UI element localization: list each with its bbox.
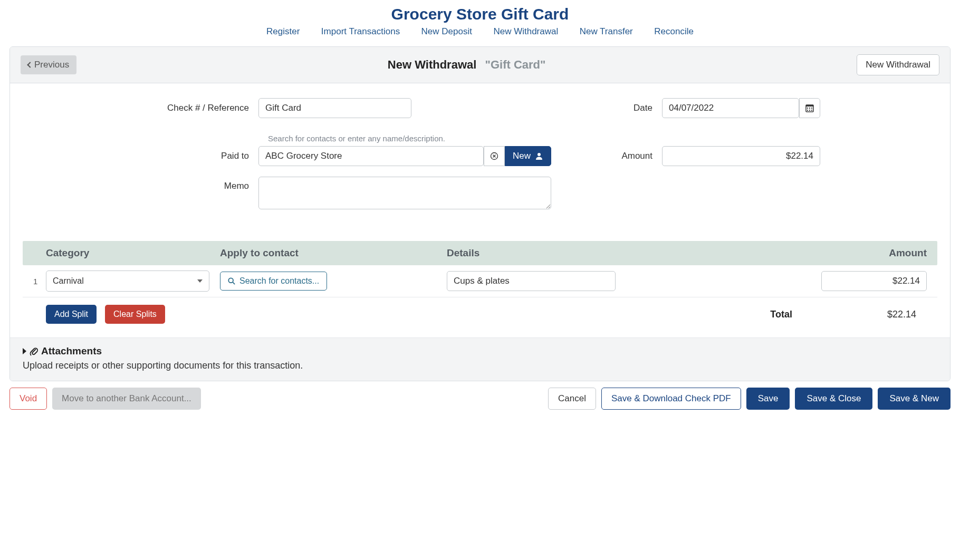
clear-splits-button[interactable]: Clear Splits [105, 305, 165, 324]
memo-input[interactable] [258, 177, 551, 209]
attachments-description: Upload receipts or other supporting docu… [23, 360, 937, 371]
svg-line-11 [233, 282, 235, 284]
header-center: New Withdrawal "Gift Card" [76, 58, 857, 72]
new-withdrawal-button[interactable]: New Withdrawal [857, 54, 939, 75]
paperclip-icon [30, 346, 38, 356]
header-subtitle: "Gift Card" [485, 58, 545, 71]
previous-button-label: Previous [34, 60, 69, 70]
svg-rect-1 [806, 105, 813, 107]
caret-right-icon [23, 348, 26, 354]
search-icon [228, 277, 235, 285]
paid-to-input[interactable] [258, 146, 484, 166]
split-details-input[interactable] [447, 271, 616, 291]
search-contacts-label: Search for contacts... [239, 276, 319, 286]
attachments-toggle[interactable]: Attachments [23, 345, 937, 357]
account-nav: Register Import Transactions New Deposit… [0, 26, 960, 46]
splits-header-row: Category Apply to contact Details Amount [23, 241, 937, 265]
split-row: 1 Carnival Search for contacts... [23, 265, 937, 297]
col-apply-to-contact: Apply to contact [220, 247, 447, 259]
new-contact-button-label: New [513, 151, 531, 161]
attachments-title: Attachments [41, 345, 102, 357]
svg-rect-7 [811, 110, 812, 111]
col-category: Category [46, 247, 220, 259]
search-contacts-button[interactable]: Search for contacts... [220, 272, 327, 291]
svg-rect-6 [809, 110, 810, 111]
save-close-button[interactable]: Save & Close [795, 388, 872, 410]
nav-new-deposit[interactable]: New Deposit [421, 26, 472, 36]
header-title: New Withdrawal [388, 58, 477, 71]
nav-register[interactable]: Register [266, 26, 300, 36]
nav-new-withdrawal[interactable]: New Withdrawal [493, 26, 558, 36]
clear-paid-to-button[interactable] [484, 146, 505, 166]
paid-to-label: Paid to [164, 151, 258, 161]
save-download-check-pdf-button[interactable]: Save & Download Check PDF [601, 388, 741, 410]
category-select-value: Carnival [53, 276, 84, 286]
split-amount-input[interactable] [821, 271, 927, 291]
transaction-card: Previous New Withdrawal "Gift Card" New … [9, 46, 951, 381]
svg-rect-4 [811, 108, 812, 109]
save-button[interactable]: Save [746, 388, 790, 410]
amount-label: Amount [615, 151, 662, 161]
date-picker-button[interactable] [799, 98, 820, 118]
chevron-left-icon [27, 62, 33, 67]
check-reference-input[interactable] [258, 98, 411, 118]
cancel-button[interactable]: Cancel [548, 388, 596, 410]
svg-point-9 [537, 153, 541, 156]
chevron-down-icon [197, 279, 203, 283]
svg-rect-3 [809, 108, 810, 109]
amount-input[interactable] [662, 146, 820, 166]
footer-action-bar: Void Move to another Bank Account... Can… [0, 381, 960, 415]
nav-new-transfer[interactable]: New Transfer [580, 26, 633, 36]
new-contact-button[interactable]: New [505, 146, 551, 166]
add-split-button[interactable]: Add Split [46, 305, 97, 324]
nav-reconcile[interactable]: Reconcile [654, 26, 694, 36]
total-value: $22.14 [887, 309, 916, 320]
check-reference-label: Check # / Reference [164, 103, 258, 113]
card-header: Previous New Withdrawal "Gift Card" New … [10, 47, 950, 83]
save-new-button[interactable]: Save & New [878, 388, 951, 410]
svg-point-10 [228, 278, 233, 283]
void-button[interactable]: Void [9, 388, 47, 410]
paid-to-hint: Search for contacts or enter any name/de… [268, 134, 551, 143]
form-area: Check # / Reference Date Search for cont… [10, 83, 950, 225]
date-label: Date [615, 103, 662, 113]
col-amount: Amount [621, 247, 927, 259]
attachments-section: Attachments Upload receipts or other sup… [10, 337, 950, 381]
splits-section: Category Apply to contact Details Amount… [23, 241, 937, 324]
col-details: Details [447, 247, 621, 259]
page-title: Grocery Store Gift Card [0, 0, 960, 26]
calendar-icon [805, 104, 814, 112]
memo-label: Memo [164, 177, 258, 191]
date-input[interactable] [662, 98, 799, 118]
total-label: Total [770, 309, 792, 320]
nav-import-transactions[interactable]: Import Transactions [321, 26, 400, 36]
move-account-button[interactable]: Move to another Bank Account... [52, 388, 201, 410]
split-row-number: 1 [33, 277, 46, 286]
svg-rect-5 [807, 110, 808, 111]
previous-button[interactable]: Previous [21, 55, 76, 74]
category-select[interactable]: Carnival [46, 271, 209, 292]
clear-x-icon [490, 152, 498, 160]
person-icon [535, 152, 543, 160]
svg-rect-2 [807, 108, 808, 109]
